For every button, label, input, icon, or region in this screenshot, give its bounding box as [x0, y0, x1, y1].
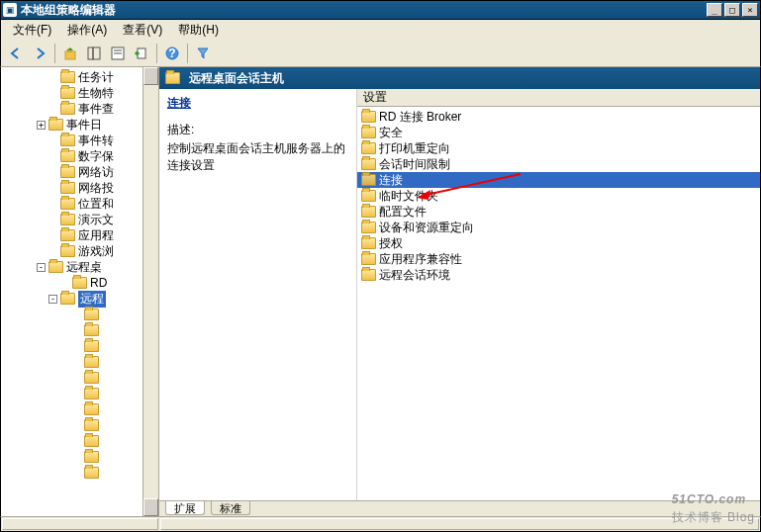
details-pane: 连接 描述: 控制远程桌面会话主机服务器上的连接设置 [159, 89, 357, 500]
right-panel: 远程桌面会话主机 连接 描述: 控制远程桌面会话主机服务器上的连接设置 设置 R… [159, 67, 760, 516]
tree-toggle-icon[interactable]: + [37, 121, 46, 130]
folder-icon [60, 293, 75, 305]
tree-label: 演示文 [78, 212, 114, 228]
tree-label: 位置和 [78, 196, 114, 213]
tree-node[interactable]: 事件转 [1, 133, 143, 148]
list-item-label: 临时文件夹 [379, 188, 438, 205]
tabs-footer: 扩展 标准 [159, 500, 760, 516]
tree-node[interactable]: +事件日 [1, 117, 143, 133]
help-button[interactable]: ? [161, 43, 183, 64]
tree-label: 网络访 [78, 164, 114, 181]
tree-toggle-icon[interactable]: - [48, 295, 57, 304]
folder-icon [60, 214, 75, 225]
list-item-label: 会话时间限制 [379, 156, 450, 173]
folder-icon [60, 134, 75, 146]
folder-icon [84, 340, 99, 352]
tree-node[interactable] [1, 417, 143, 433]
tree-toggle-icon[interactable]: - [37, 263, 46, 272]
filter-button[interactable] [192, 43, 214, 64]
tree-node[interactable]: 事件查 [1, 101, 143, 117]
tree-label: 任务计 [78, 69, 114, 86]
tree-label: 远程桌 [66, 259, 102, 276]
folder-icon [60, 166, 75, 178]
tree-label: 远程 [78, 291, 106, 308]
tree-node[interactable]: RD [1, 275, 143, 291]
list-item[interactable]: 安全 [357, 125, 760, 140]
list-column-header[interactable]: 设置 [357, 89, 760, 107]
tree-node[interactable] [1, 307, 143, 322]
tab-extended[interactable]: 扩展 [165, 501, 205, 515]
menu-help[interactable]: 帮助(H) [170, 20, 227, 41]
tree-node[interactable]: 演示文 [1, 212, 143, 227]
list-pane: 设置 RD 连接 Broker安全打印机重定向会话时间限制连接临时文件夹配置文件… [357, 89, 760, 500]
export-button[interactable] [131, 43, 152, 64]
tree-label: 应用程 [78, 227, 114, 244]
svg-rect-0 [65, 51, 75, 59]
tree-label: 事件转 [78, 133, 114, 149]
up-button[interactable] [59, 43, 81, 64]
app-icon: ▣ [3, 3, 17, 17]
list-item[interactable]: 打印机重定向 [357, 140, 760, 156]
tree-node[interactable] [1, 465, 143, 481]
tree-node[interactable]: 游戏浏 [1, 243, 143, 259]
list-item[interactable]: 配置文件 [357, 204, 760, 220]
tree-node[interactable]: -远程 [1, 291, 143, 307]
list-item-label: 应用程序兼容性 [379, 251, 462, 268]
status-cell-right [160, 518, 759, 530]
tree-node[interactable] [1, 354, 143, 370]
close-button[interactable]: × [742, 3, 758, 17]
show-hide-tree-button[interactable] [83, 43, 105, 64]
list-item[interactable]: 设备和资源重定向 [357, 220, 760, 235]
tree-scrollbar[interactable] [143, 67, 158, 516]
tree-node[interactable] [1, 449, 143, 465]
menu-view[interactable]: 查看(V) [115, 20, 170, 41]
list-item[interactable]: RD 连接 Broker [357, 109, 760, 125]
details-title[interactable]: 连接 [167, 95, 348, 112]
folder-icon [84, 388, 99, 399]
folder-icon [361, 190, 376, 202]
tree-node[interactable] [1, 322, 143, 338]
list-item[interactable]: 会话时间限制 [357, 156, 760, 172]
list-item[interactable]: 临时文件夹 [357, 188, 760, 204]
tree-node[interactable]: 位置和 [1, 196, 143, 212]
tree-node[interactable] [1, 401, 143, 417]
menu-action[interactable]: 操作(A) [59, 20, 115, 41]
list-item-label: 连接 [379, 172, 403, 189]
folder-icon [72, 277, 87, 289]
tree-node[interactable] [1, 386, 143, 401]
tree-node[interactable]: -远程桌 [1, 259, 143, 275]
folder-icon [60, 198, 75, 210]
forward-button[interactable] [29, 43, 50, 64]
right-header-title: 远程桌面会话主机 [189, 70, 284, 87]
tree-label: 生物特 [78, 85, 114, 102]
folder-icon [361, 142, 376, 154]
list-item[interactable]: 授权 [357, 235, 760, 251]
tree-node[interactable]: 网络访 [1, 164, 143, 180]
tree-node[interactable]: 任务计 [1, 69, 143, 85]
tree-node[interactable] [1, 338, 143, 354]
tab-standard[interactable]: 标准 [211, 501, 250, 515]
folder-icon [84, 309, 99, 320]
back-button[interactable] [5, 43, 27, 64]
folder-icon [60, 182, 75, 194]
folder-icon [84, 419, 99, 431]
tree-node[interactable]: 应用程 [1, 227, 143, 243]
details-desc: 控制远程桌面会话主机服务器上的连接设置 [167, 140, 348, 174]
folder-icon [60, 150, 75, 162]
list-item[interactable]: 连接 [357, 172, 760, 188]
tree-node[interactable] [1, 433, 143, 449]
details-desc-label: 描述: [167, 122, 348, 138]
tree-node[interactable]: 数字保 [1, 148, 143, 164]
menu-file[interactable]: 文件(F) [5, 20, 59, 41]
tree-panel[interactable]: 任务计生物特事件查+事件日事件转数字保网络访网络投位置和演示文应用程游戏浏-远程… [1, 67, 159, 516]
tree-node[interactable]: 网络投 [1, 180, 143, 196]
tree-node[interactable]: 生物特 [1, 85, 143, 101]
properties-button[interactable] [107, 43, 129, 64]
maximize-button[interactable]: □ [724, 3, 740, 17]
minimize-button[interactable]: _ [707, 3, 722, 17]
list-item[interactable]: 应用程序兼容性 [357, 251, 760, 267]
tree-node[interactable] [1, 370, 143, 386]
folder-icon [84, 467, 99, 479]
folder-icon [60, 229, 75, 241]
list-item[interactable]: 远程会话环境 [357, 267, 760, 283]
